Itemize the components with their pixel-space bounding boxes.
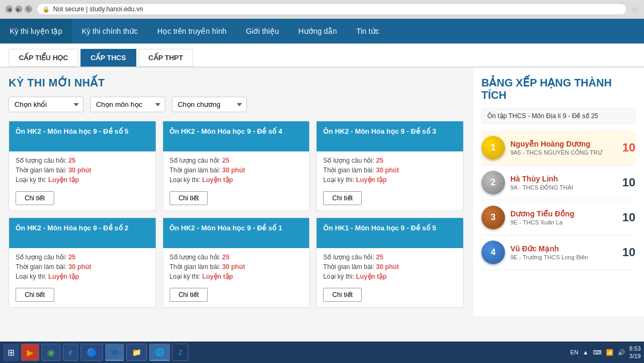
nav-luyen-tap[interactable]: Kỳ thi luyện tập bbox=[0, 19, 72, 43]
rank-medal-3: 3 bbox=[481, 206, 505, 229]
card-6-title: Ôn HK1 - Môn Hóa học 9 - Đề số 5 bbox=[317, 218, 463, 248]
card-1-thoi-gian: Thời gian làm bài: 30 phút bbox=[16, 166, 149, 174]
card-6: Ôn HK1 - Môn Hóa học 9 - Đề số 5 Số lượn… bbox=[316, 217, 464, 308]
chon-khoi-select[interactable]: Chọn khối bbox=[9, 97, 84, 112]
card-3-so-luong: Số lượng câu hỏi: 25 bbox=[323, 157, 457, 164]
card-4-so-luong: Số lượng câu hỏi: 25 bbox=[16, 253, 149, 261]
card-2: Ôn HK2 - Môn Hóa học 9 - Đề số 4 Số lượn… bbox=[163, 121, 310, 211]
card-1-title: Ôn HK2 - Môn Hóa học 9 - Đề số 5 bbox=[9, 121, 156, 151]
rank-badge-2: 2 bbox=[481, 171, 505, 194]
card-2-thoi-gian: Thời gian làm bài: 30 phút bbox=[170, 166, 303, 174]
rank-name-3: Dương Tiểu Đồng bbox=[510, 209, 615, 218]
nav-tin-tuc[interactable]: Tin tức bbox=[347, 19, 389, 43]
rank-school-3: 9E - THCS Xuân La bbox=[510, 219, 615, 226]
navbar: Kỳ thi luyện tập Kỳ thi chính thức Học t… bbox=[0, 19, 644, 43]
rank-item-4: 4 Vũ Đức Mạnh 9E - Trường THCS Long Biên… bbox=[481, 235, 635, 270]
card-4-detail-button[interactable]: Chi tiết bbox=[16, 288, 54, 302]
section-title: KỲ THI MỚI NHẤT bbox=[9, 76, 464, 89]
url-text: Not secure | study.hanoi.edu.vn bbox=[53, 5, 143, 13]
rank-name-1: Nguyễn Hoàng Dương bbox=[510, 140, 615, 148]
card-4: Ôn HK2 - Môn Hóa học 9 - Đề số 2 Số lượn… bbox=[9, 217, 156, 308]
cards-grid: Ôn HK2 - Môn Hóa học 9 - Đề số 5 Số lượn… bbox=[9, 121, 464, 308]
card-3-thoi-gian: Thời gian làm bài: 30 phút bbox=[323, 166, 457, 174]
lock-icon: 🔒 bbox=[42, 6, 50, 13]
card-1: Ôn HK2 - Môn Hóa học 9 - Đề số 5 Số lượn… bbox=[9, 121, 156, 211]
rank-badge-4: 4 bbox=[481, 241, 505, 264]
rank-school-2: 9A - THCS ĐỒNG THÁI bbox=[510, 184, 615, 191]
filters-row: Chọn khối Chọn môn học Chọn chương bbox=[9, 97, 464, 112]
rank-badge-3: 3 bbox=[481, 206, 505, 229]
right-section: BẢNG XẾP HẠNG THÀNH TÍCH Ôn tập THCS - M… bbox=[472, 68, 644, 316]
rank-score-1: 10 bbox=[620, 141, 635, 155]
rank-name-4: Vũ Đức Mạnh bbox=[510, 244, 615, 253]
tab-thpt[interactable]: CẤP THPT bbox=[138, 49, 193, 67]
card-1-detail-button[interactable]: Chi tiết bbox=[16, 191, 54, 205]
nav-gioi-thieu[interactable]: Giới thiệu bbox=[236, 19, 289, 43]
rank-score-2: 10 bbox=[620, 176, 635, 190]
card-6-thoi-gian: Thời gian làm bài: 30 phút bbox=[323, 263, 457, 271]
rank-score-4: 10 bbox=[620, 245, 635, 259]
back-button[interactable]: ◀ bbox=[5, 5, 13, 13]
chon-chuong-select[interactable]: Chọn chương bbox=[172, 97, 247, 112]
card-2-detail-button[interactable]: Chi tiết bbox=[170, 191, 208, 205]
left-section: KỲ THI MỚI NHẤT Chọn khối Chọn môn học C… bbox=[0, 68, 472, 316]
rank-school-1: 9A5 - THCS NGUYÊN CÔNG TRỨ bbox=[510, 149, 615, 156]
rank-school-4: 9E - Trường THCS Long Biên bbox=[510, 254, 615, 261]
rank-score-3: 10 bbox=[620, 210, 635, 224]
rank-item-1: 1 Nguyễn Hoàng Dương 9A5 - THCS NGUYÊN C… bbox=[481, 130, 635, 165]
card-4-title: Ôn HK2 - Môn Hóa học 9 - Đề số 2 bbox=[9, 218, 156, 248]
rank-medal-2: 2 bbox=[481, 171, 505, 194]
chon-mon-hoc-select[interactable]: Chọn môn học bbox=[90, 97, 165, 112]
nav-truyen-hinh[interactable]: Học trên truyền hình bbox=[148, 19, 236, 43]
rank-name-2: Hà Thùy Linh bbox=[510, 175, 615, 183]
nav-huong-dan[interactable]: Hướng dẫn bbox=[289, 19, 347, 43]
card-6-loai: Loại kỳ thi: Luyện tập bbox=[323, 273, 457, 280]
card-2-loai: Loại kỳ thi: Luyện tập bbox=[170, 176, 303, 184]
ranking-title: BẢNG XẾP HẠNG THÀNH TÍCH bbox=[481, 76, 635, 101]
card-2-so-luong: Số lượng câu hỏi: 25 bbox=[170, 157, 303, 164]
address-bar[interactable]: 🔒 Not secure | study.hanoi.edu.vn bbox=[36, 3, 627, 15]
browser-chrome: ◀ ▶ ↻ 🔒 Not secure | study.hanoi.edu.vn … bbox=[0, 0, 644, 19]
bookmark-icon[interactable]: ☆ bbox=[631, 4, 639, 14]
card-4-loai: Loại kỳ thi: Luyện tập bbox=[16, 273, 149, 280]
refresh-button[interactable]: ↻ bbox=[25, 5, 32, 13]
rank-info-3: Dương Tiểu Đồng 9E - THCS Xuân La bbox=[510, 209, 615, 226]
card-5: Ôn HK2 - Môn Hóa học 9 - Đề số 1 Số lượn… bbox=[163, 217, 310, 308]
rank-item-3: 3 Dương Tiểu Đồng 9E - THCS Xuân La 10 bbox=[481, 200, 635, 235]
tab-tieu-hoc[interactable]: CẤP TIỂU HỌC bbox=[9, 49, 78, 67]
card-4-thoi-gian: Thời gian làm bài: 30 phút bbox=[16, 263, 149, 271]
rank-medal-4: 4 bbox=[481, 241, 505, 264]
forward-button[interactable]: ▶ bbox=[15, 5, 23, 13]
rank-badge-1: 1 bbox=[481, 136, 505, 159]
main-content: KỲ THI MỚI NHẤT Chọn khối Chọn môn học C… bbox=[0, 68, 644, 316]
tabs-container: CẤP TIỂU HỌC CẤP THCS CẤP THPT bbox=[0, 43, 644, 68]
card-2-title: Ôn HK2 - Môn Hóa học 9 - Đề số 4 bbox=[163, 121, 310, 151]
card-5-title: Ôn HK2 - Môn Hóa học 9 - Đề số 1 bbox=[163, 218, 310, 248]
rank-info-2: Hà Thùy Linh 9A - THCS ĐỒNG THÁI bbox=[510, 175, 615, 191]
card-6-so-luong: Số lượng câu hỏi: 25 bbox=[323, 253, 457, 261]
nav-chinh-thuc[interactable]: Kỳ thi chính thức bbox=[72, 19, 148, 43]
rank-info-1: Nguyễn Hoàng Dương 9A5 - THCS NGUYÊN CÔN… bbox=[510, 140, 615, 156]
card-1-loai: Loại kỳ thi: Luyện tập bbox=[16, 176, 149, 184]
card-6-detail-button[interactable]: Chi tiết bbox=[323, 288, 362, 302]
rank-info-4: Vũ Đức Mạnh 9E - Trường THCS Long Biên bbox=[510, 244, 615, 261]
card-5-loai: Loại kỳ thi: Luyện tập bbox=[170, 273, 303, 280]
card-3-loai: Loại kỳ thi: Luyện tập bbox=[323, 176, 457, 184]
card-3: Ôn HK2 - Môn Hóa học 9 - Đề số 3 Số lượn… bbox=[316, 121, 464, 211]
ranking-subtitle: Ôn tập THCS - Môn Địa lí 9 - Đề số 25 bbox=[481, 108, 635, 124]
card-5-so-luong: Số lượng câu hỏi: 25 bbox=[170, 253, 303, 261]
card-3-title: Ôn HK2 - Môn Hóa học 9 - Đề số 3 bbox=[317, 121, 463, 151]
rank-item-2: 2 Hà Thùy Linh 9A - THCS ĐỒNG THÁI 10 bbox=[481, 165, 635, 200]
card-3-detail-button[interactable]: Chi tiết bbox=[323, 191, 362, 205]
rank-medal-1: 1 bbox=[481, 136, 505, 159]
card-5-thoi-gian: Thời gian làm bài: 30 phút bbox=[170, 263, 303, 271]
tab-thcs[interactable]: CẤP THCS bbox=[80, 49, 136, 67]
card-1-so-luong: Số lượng câu hỏi: 25 bbox=[16, 157, 149, 164]
card-5-detail-button[interactable]: Chi tiết bbox=[170, 288, 208, 302]
